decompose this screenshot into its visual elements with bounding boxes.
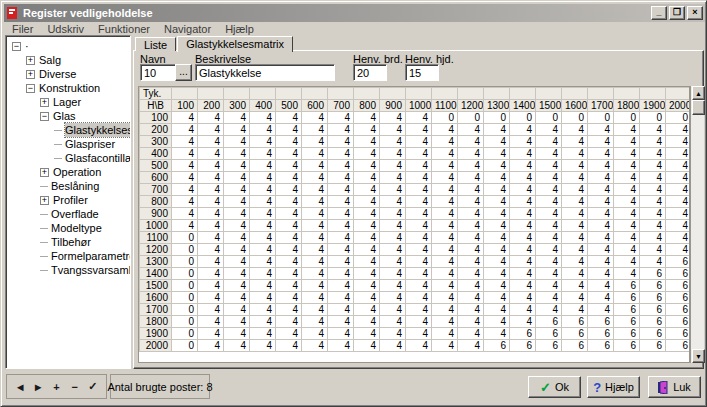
- grid-cell[interactable]: 4: [640, 220, 666, 232]
- grid-cell[interactable]: 4: [250, 148, 276, 160]
- grid-cell[interactable]: 4: [640, 148, 666, 160]
- grid-cell[interactable]: 4: [224, 148, 250, 160]
- grid-cell[interactable]: 6: [510, 328, 536, 340]
- grid-cell[interactable]: 4: [432, 160, 458, 172]
- grid-cell[interactable]: 4: [224, 328, 250, 340]
- grid-cell[interactable]: 4: [276, 160, 302, 172]
- grid-cell[interactable]: 4: [562, 208, 588, 220]
- grid-cell[interactable]: 4: [458, 220, 484, 232]
- grid-cell[interactable]: 4: [380, 280, 406, 292]
- grid-cell[interactable]: 4: [354, 208, 380, 220]
- grid-cell[interactable]: 4: [458, 292, 484, 304]
- grid-cell[interactable]: 4: [562, 220, 588, 232]
- grid-cell[interactable]: 4: [432, 268, 458, 280]
- grid-cell[interactable]: 4: [328, 268, 354, 280]
- grid-cell[interactable]: 4: [302, 280, 328, 292]
- grid-cell[interactable]: 4: [432, 256, 458, 268]
- grid-cell[interactable]: 0: [172, 340, 198, 352]
- grid-cell[interactable]: 4: [250, 304, 276, 316]
- grid-cell[interactable]: 4: [354, 124, 380, 136]
- grid-cell[interactable]: 4: [276, 340, 302, 352]
- grid-cell[interactable]: 4: [666, 184, 691, 196]
- grid-cell[interactable]: 4: [328, 208, 354, 220]
- grid-cell[interactable]: 4: [588, 124, 614, 136]
- grid-cell[interactable]: 4: [588, 208, 614, 220]
- scroll-up-icon[interactable]: ▲: [692, 86, 705, 100]
- grid-cell[interactable]: 4: [484, 220, 510, 232]
- grid-cell[interactable]: 4: [172, 136, 198, 148]
- grid-cell[interactable]: 4: [562, 232, 588, 244]
- grid-cell[interactable]: 4: [276, 184, 302, 196]
- grid-cell[interactable]: 4: [536, 292, 562, 304]
- grid-cell[interactable]: 4: [380, 340, 406, 352]
- grid-cell[interactable]: 4: [224, 112, 250, 124]
- grid-cell[interactable]: 4: [354, 280, 380, 292]
- grid-cell[interactable]: 6: [640, 292, 666, 304]
- grid-cell[interactable]: 0: [588, 112, 614, 124]
- grid-cell[interactable]: 4: [250, 268, 276, 280]
- delete-record-icon[interactable]: −: [67, 381, 83, 393]
- grid-cell[interactable]: 4: [458, 256, 484, 268]
- grid-cell[interactable]: 4: [198, 340, 224, 352]
- grid-cell[interactable]: 4: [380, 184, 406, 196]
- grid-cell[interactable]: 4: [458, 184, 484, 196]
- grid-cell[interactable]: 4: [224, 268, 250, 280]
- grid-cell[interactable]: 4: [380, 328, 406, 340]
- grid-cell[interactable]: 4: [588, 244, 614, 256]
- grid-cell[interactable]: 4: [536, 184, 562, 196]
- grid-cell[interactable]: 4: [276, 232, 302, 244]
- tree-item-item[interactable]: −·: [8, 39, 130, 53]
- grid-cell[interactable]: 4: [614, 124, 640, 136]
- grid-cell[interactable]: 4: [276, 112, 302, 124]
- grid-cell[interactable]: 4: [302, 112, 328, 124]
- grid-cell[interactable]: 4: [536, 280, 562, 292]
- grid-cell[interactable]: 4: [250, 232, 276, 244]
- grid-cell[interactable]: 4: [536, 244, 562, 256]
- grid-cell[interactable]: 4: [380, 124, 406, 136]
- grid-cell[interactable]: 4: [250, 220, 276, 232]
- grid-cell[interactable]: 4: [562, 292, 588, 304]
- grid-cell[interactable]: 4: [614, 244, 640, 256]
- grid-cell[interactable]: 4: [354, 340, 380, 352]
- grid-cell[interactable]: 4: [328, 172, 354, 184]
- grid-cell[interactable]: 4: [380, 256, 406, 268]
- grid-cell[interactable]: 4: [588, 184, 614, 196]
- grid-cell[interactable]: 4: [328, 328, 354, 340]
- grid-cell[interactable]: 4: [172, 220, 198, 232]
- grid-cell[interactable]: 4: [484, 280, 510, 292]
- grid-cell[interactable]: 0: [172, 292, 198, 304]
- grid-cell[interactable]: 4: [328, 292, 354, 304]
- grid-cell[interactable]: 6: [666, 292, 691, 304]
- grid-cell[interactable]: 4: [224, 160, 250, 172]
- grid-cell[interactable]: 4: [432, 280, 458, 292]
- grid-cell[interactable]: 4: [354, 232, 380, 244]
- grid-cell[interactable]: 4: [380, 232, 406, 244]
- grid-cell[interactable]: 4: [354, 112, 380, 124]
- grid-cell[interactable]: 4: [172, 160, 198, 172]
- grid-cell[interactable]: 4: [302, 124, 328, 136]
- grid-cell[interactable]: 6: [588, 316, 614, 328]
- grid-cell[interactable]: 4: [614, 184, 640, 196]
- grid-cell[interactable]: 4: [588, 256, 614, 268]
- grid-cell[interactable]: 4: [432, 148, 458, 160]
- grid-cell[interactable]: 4: [562, 268, 588, 280]
- grid-cell[interactable]: 4: [224, 172, 250, 184]
- tree-item-tvangssvarsamling[interactable]: Tvangssvarsamling: [8, 263, 130, 277]
- grid-cell[interactable]: 4: [250, 136, 276, 148]
- grid-cell[interactable]: 4: [302, 268, 328, 280]
- grid-vertical-scrollbar[interactable]: ▲ ▼: [690, 86, 704, 363]
- grid-cell[interactable]: 4: [380, 268, 406, 280]
- grid-cell[interactable]: 4: [484, 292, 510, 304]
- grid-cell[interactable]: 4: [302, 160, 328, 172]
- grid-cell[interactable]: 4: [432, 208, 458, 220]
- grid-cell[interactable]: 4: [354, 304, 380, 316]
- grid-cell[interactable]: 4: [250, 124, 276, 136]
- grid-cell[interactable]: 4: [276, 148, 302, 160]
- grid-cell[interactable]: 4: [198, 316, 224, 328]
- grid-cell[interactable]: 6: [614, 328, 640, 340]
- grid-cell[interactable]: 4: [432, 136, 458, 148]
- grid-cell[interactable]: 4: [614, 208, 640, 220]
- collapse-icon[interactable]: −: [12, 42, 21, 51]
- grid-cell[interactable]: 4: [172, 124, 198, 136]
- help-button[interactable]: ? Hjælp: [587, 376, 640, 398]
